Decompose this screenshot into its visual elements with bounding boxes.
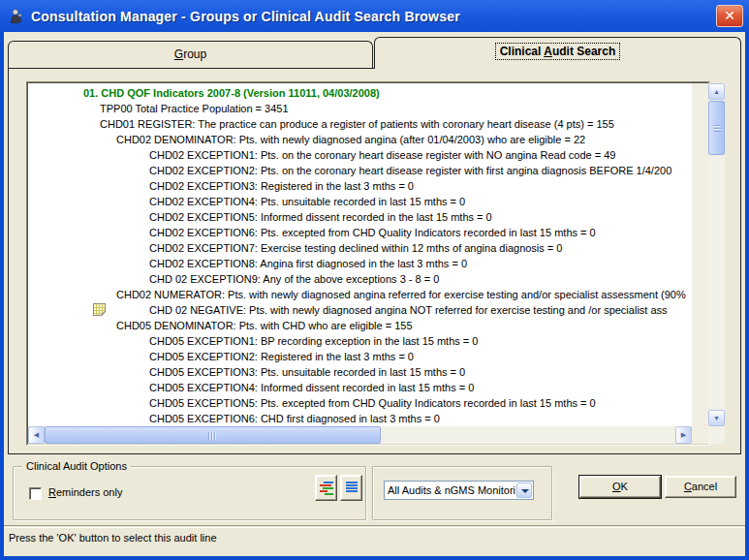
tree-row[interactable]: CHD02 NUMERATOR: Pts. with newly diagnos… [28,287,692,302]
audit-filter-group: All Audits & nGMS Monitoring [372,466,552,520]
tree-row-text: CHD05 EXCEPTION5: Pts. excepted from CHD… [149,397,596,409]
audit-filter-value: All Audits & nGMS Monitoring [388,483,515,498]
chevron-down-icon[interactable] [516,482,532,498]
tree-row[interactable]: CHD02 EXCEPTION1: Pts. on the coronary h… [28,147,692,163]
tree-row-text: 01. CHD QOF Indicators 2007-8 (Version 1… [83,87,380,99]
scroll-left-button[interactable]: ◀ [28,426,45,444]
tree-row[interactable]: CHD 02 EXCEPTION9: Any of the above exce… [28,271,692,287]
tree-row[interactable]: CHD02 DENOMINATOR: Pts. with newly diagn… [28,132,692,147]
note-icon [93,303,106,316]
tree-row-text: CHD01 REGISTER: The practice can produce… [100,118,614,130]
tree-row[interactable]: CHD02 EXCEPTION8: Angina first diagnosed… [28,256,692,271]
tab-group-label: Group [174,47,206,61]
audit-view-colored-button[interactable] [315,475,337,501]
ok-button[interactable]: OK [579,476,661,498]
titlebar: Consultation Manager - Groups or Clinica… [0,0,749,32]
dialog-window: Consultation Manager - Groups or Clinica… [0,0,749,560]
tree-row-text: CHD 02 EXCEPTION9: Any of the above exce… [149,273,439,285]
tree-row[interactable]: CHD02 EXCEPTION6: Pts. excepted from CHD… [28,225,692,240]
tree-row-text: CHD02 EXCEPTION3: Registered in the last… [149,180,414,192]
tree-row-text: CHD02 EXCEPTION4: Pts. unsuitable record… [149,196,465,207]
tree-row[interactable]: CHD02 EXCEPTION7: Exercise testing decli… [28,240,692,256]
tree-row[interactable]: CHD01 REGISTER: The practice can produce… [28,116,692,132]
scroll-right-button[interactable]: ▶ [675,426,692,444]
tree-row-text: CHD02 EXCEPTION6: Pts. excepted from CHD… [149,227,596,238]
tree-row-text: CHD05 EXCEPTION6: CHD first diagnosed in… [149,413,440,424]
tree-row[interactable]: CHD02 EXCEPTION2: Pts. on the coronary h… [28,163,692,178]
audit-filter-dropdown[interactable]: All Audits & nGMS Monitoring [384,481,534,500]
tree-row[interactable]: CHD02 EXCEPTION4: Pts. unsuitable record… [28,194,692,209]
app-icon [8,8,25,25]
vertical-scroll-thumb[interactable] [708,101,725,155]
tree-row[interactable]: CHD05 EXCEPTION2: Registered in the last… [28,349,692,364]
tree-row[interactable]: CHD05 DENOMINATOR: Pts. with CHD who are… [28,318,692,333]
tree-row-text: TPP00 Total Practice Population = 3451 [100,103,289,114]
tree-row[interactable]: CHD02 EXCEPTION5: Informed dissent recor… [28,209,692,225]
tab-clinical-audit-search[interactable]: Clinical Audit Search [374,37,741,69]
tree-row-text: CHD02 EXCEPTION8: Angina first diagnosed… [149,258,467,269]
statusbar-text: Press the 'OK' button to select this aud… [9,532,217,544]
scroll-down-button[interactable]: ▼ [708,410,725,426]
tree-row[interactable]: 01. CHD QOF Indicators 2007-8 (Version 1… [28,85,692,101]
vertical-scrollbar[interactable]: ▲ ▼ [708,83,725,426]
audit-tree: 01. CHD QOF Indicators 2007-8 (Version 1… [28,83,692,426]
window-title: Consultation Manager - Groups or Clinica… [31,9,716,24]
tree-row-text: CHD02 DENOMINATOR: Pts. with newly diagn… [116,134,585,145]
reminders-only-label[interactable]: Reminders only [48,486,122,498]
audit-listbox-inner: 01. CHD QOF Indicators 2007-8 (Version 1… [27,82,709,445]
tree-row[interactable]: CHD05 EXCEPTION6: CHD first diagnosed in… [28,411,692,426]
tree-row-text: CHD02 EXCEPTION7: Exercise testing decli… [149,242,562,254]
audit-listbox: 01. CHD QOF Indicators 2007-8 (Version 1… [26,81,710,446]
tree-row-text: CHD02 NUMERATOR: Pts. with newly diagnos… [116,289,686,300]
scroll-up-button[interactable]: ▲ [708,83,725,100]
thumb-grip-icon [208,432,217,440]
tree-row-text: CHD05 EXCEPTION4: Informed dissent recor… [149,382,474,393]
tree-row-text: CHD05 DENOMINATOR: Pts. with CHD who are… [116,320,413,331]
tab-clinical-label: Clinical Audit Search [496,44,620,59]
scrollbar-corner [708,426,725,444]
tree-row-text: CHD05 EXCEPTION2: Registered in the last… [149,351,414,362]
tree-row[interactable]: TPP00 Total Practice Population = 3451 [28,101,692,116]
tree-row[interactable]: CHD 02 NEGATIVE: Pts. with newly diagnos… [28,302,692,318]
statusbar-divider [4,525,745,527]
horizontal-scrollbar[interactable]: ◀ ▶ [28,426,692,444]
thumb-grip-icon [713,125,721,132]
tree-row[interactable]: CHD02 EXCEPTION3: Registered in the last… [28,178,692,194]
tree-row-text: CHD 02 NEGATIVE: Pts. with newly diagnos… [149,304,668,316]
tree-row-text: CHD05 EXCEPTION1: BP recording exception… [149,335,478,347]
tree-row[interactable]: CHD05 EXCEPTION4: Informed dissent recor… [28,380,692,395]
group-title: Clinical Audit Options [22,459,131,473]
tab-page: 01. CHD QOF Indicators 2007-8 (Version 1… [8,68,741,454]
tab-group[interactable]: Group [8,41,373,69]
cancel-button[interactable]: Cancel [665,476,736,498]
tree-row[interactable]: CHD05 EXCEPTION5: Pts. excepted from CHD… [28,395,692,411]
tree-row-text: CHD02 EXCEPTION1: Pts. on the coronary h… [149,149,616,161]
clinical-audit-options-group: Clinical Audit Options Reminders only [13,466,366,520]
horizontal-scroll-thumb[interactable] [45,426,381,444]
tree-row-text: CHD02 EXCEPTION5: Informed dissent recor… [149,211,492,223]
tree-row-text: CHD02 EXCEPTION2: Pts. on the coronary h… [149,165,671,176]
audit-view-list-button[interactable] [340,475,362,501]
tree-row[interactable]: CHD05 EXCEPTION1: BP recording exception… [28,333,692,349]
dialog-client: Group Clinical Audit Search 01. CHD QOF … [4,32,745,556]
reminders-only-checkbox[interactable] [29,487,42,500]
tree-row-text: CHD05 EXCEPTION3: Pts. unsuitable record… [149,366,465,378]
close-button[interactable]: ✕ [716,5,743,27]
tree-row[interactable]: CHD05 EXCEPTION3: Pts. unsuitable record… [28,364,692,380]
note-fold-icon [102,312,106,316]
